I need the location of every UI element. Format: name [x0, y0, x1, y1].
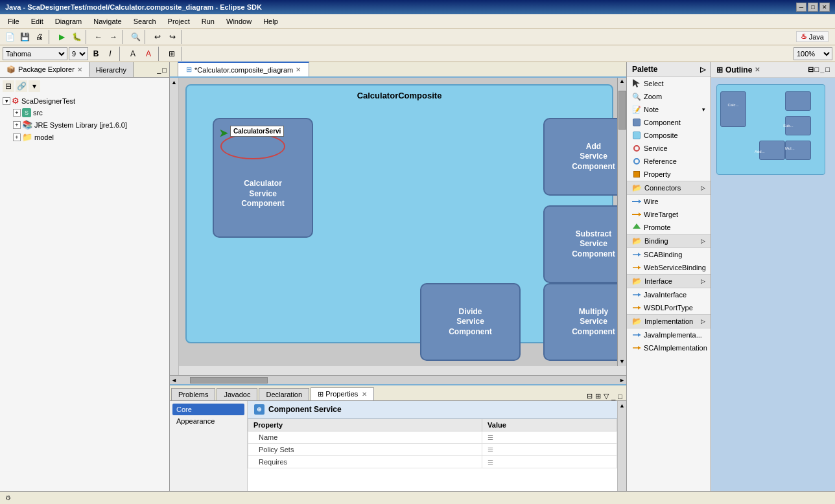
outline-maximize[interactable]: □: [825, 65, 830, 74]
props-tool3[interactable]: ▽: [604, 392, 609, 400]
prop-value-requires[interactable]: ☰: [482, 456, 617, 468]
font-select[interactable]: Tahoma: [3, 47, 67, 60]
palette-note[interactable]: 📝 Note ▾: [627, 103, 711, 116]
palette-wsb[interactable]: WebServiceBinding: [627, 261, 711, 274]
color-btn[interactable]: A: [141, 47, 156, 61]
search-btn[interactable]: 🔍: [128, 30, 143, 44]
palette-interface-group[interactable]: 📂 Interface ▷: [627, 274, 711, 288]
h-scrollbar[interactable]: ◄ ►: [170, 375, 626, 384]
scrollbar-thumb[interactable]: [618, 91, 626, 130]
palette-javainterface[interactable]: JavaInterface: [627, 288, 711, 301]
menu-navigate[interactable]: Navigate: [88, 16, 126, 27]
calc-service-component[interactable]: CalculatorServi ➤ CalculatorServiceCompo…: [213, 118, 313, 238]
minimize-button[interactable]: ─: [796, 3, 806, 12]
tab-problems[interactable]: Problems: [171, 388, 215, 400]
close-outline[interactable]: ✕: [755, 66, 760, 73]
diagram-tab-calculator[interactable]: ⊞ *Calculator.composite_diagram ✕: [178, 62, 309, 76]
palette-connectors-group[interactable]: 📂 Connectors ▷: [627, 181, 711, 195]
tree-model[interactable]: + 📁 model: [3, 131, 167, 143]
maximize-button[interactable]: □: [808, 3, 818, 12]
palette-javaimpl[interactable]: JavaImplementa...: [627, 328, 711, 341]
close-properties-tab[interactable]: ✕: [362, 391, 367, 398]
palette-promote[interactable]: Promote: [627, 221, 711, 234]
palette-select[interactable]: Select: [627, 77, 711, 90]
italic-button[interactable]: I: [104, 47, 117, 60]
palette-implementation-group[interactable]: 📂 Implementation ▷: [627, 314, 711, 328]
v-scrollbar[interactable]: ▲ ▼: [617, 78, 626, 366]
divide-service-component[interactable]: DivideServiceComponent: [420, 283, 521, 361]
tree-jre[interactable]: + 📚 JRE System Library [jre1.6.0]: [3, 119, 167, 131]
palette-property[interactable]: Property: [627, 168, 711, 181]
menu-window[interactable]: Window: [221, 16, 257, 27]
tree-root[interactable]: ▾ ⚙ ScaDesignerTest: [3, 95, 167, 107]
outline-minimize[interactable]: _: [820, 65, 824, 74]
outline-tool1[interactable]: ⊟: [808, 65, 814, 74]
scroll-left-btn[interactable]: ◄: [171, 377, 177, 384]
menu-project[interactable]: Project: [163, 16, 195, 27]
view-menu-btn[interactable]: ▾: [29, 80, 40, 92]
outline-tool2[interactable]: □: [815, 65, 819, 74]
grid-btn[interactable]: ⊞: [165, 47, 179, 61]
tree-toggle-src[interactable]: +: [13, 109, 21, 117]
palette-scaimpl[interactable]: SCAImplementation: [627, 341, 711, 354]
props-vscroll[interactable]: ▲ ▼: [617, 401, 626, 504]
substract-service-component[interactable]: SubstractServiceComponent: [543, 205, 626, 283]
palette-binding-group[interactable]: 📂 Binding ▷: [627, 234, 711, 248]
align-btn[interactable]: A: [126, 47, 140, 61]
h-scrollbar-thumb[interactable]: [190, 377, 268, 384]
palette-service[interactable]: Service: [627, 142, 711, 155]
tab-javadoc[interactable]: Javadoc: [217, 388, 257, 400]
close-button[interactable]: ✕: [819, 3, 830, 12]
tab-package-explorer[interactable]: 📦 Package Explorer ✕: [0, 62, 89, 77]
props-tool1[interactable]: ⊟: [587, 392, 593, 400]
close-diagram-tab[interactable]: ✕: [296, 66, 301, 73]
run-btn[interactable]: ▶: [54, 30, 69, 44]
zoom-select[interactable]: 100% 75% 50% 125% 150%: [794, 47, 832, 60]
undo-btn[interactable]: ↩: [150, 30, 165, 44]
props-sidebar-appearance[interactable]: Appearance: [172, 415, 244, 427]
palette-reference[interactable]: Reference: [627, 155, 711, 168]
props-tool2[interactable]: ⊞: [595, 392, 601, 400]
tree-src[interactable]: + S src: [3, 107, 167, 119]
props-sidebar-core[interactable]: Core: [172, 404, 244, 415]
menu-run[interactable]: Run: [196, 16, 220, 27]
fwd-btn[interactable]: →: [106, 30, 121, 44]
tree-toggle-root[interactable]: ▾: [3, 97, 10, 105]
save-btn[interactable]: 💾: [18, 30, 32, 44]
props-tool5[interactable]: □: [618, 393, 622, 400]
scroll-down-btn[interactable]: ▼: [618, 358, 626, 365]
prop-value-policy[interactable]: ☰: [482, 444, 617, 456]
tab-hierarchy[interactable]: Hierarchy: [89, 62, 134, 77]
add-service-component[interactable]: AddServiceComponent: [543, 118, 626, 196]
size-select[interactable]: 9 10 12: [69, 47, 88, 60]
redo-btn[interactable]: ↪: [165, 30, 180, 44]
prop-value-name[interactable]: ☰: [482, 431, 617, 444]
back-btn[interactable]: ←: [91, 30, 106, 44]
palette-wire[interactable]: Wire: [627, 195, 711, 208]
menu-search[interactable]: Search: [128, 16, 161, 27]
v-scroll-up[interactable]: ▲: [171, 79, 177, 86]
palette-expand-btn[interactable]: ▷: [700, 65, 705, 74]
menu-edit[interactable]: Edit: [26, 16, 49, 27]
scroll-right-btn[interactable]: ►: [619, 377, 625, 384]
palette-wsdlporttype[interactable]: WSDLPortType: [627, 301, 711, 314]
maximize-panel-btn[interactable]: □: [162, 66, 167, 74]
tree-toggle-jre[interactable]: +: [13, 121, 21, 129]
close-package-explorer[interactable]: ✕: [77, 66, 82, 73]
debug-btn[interactable]: 🐛: [69, 30, 84, 44]
collapse-all-btn[interactable]: ⊟: [3, 80, 14, 92]
menu-file[interactable]: File: [3, 16, 25, 27]
bold-button[interactable]: B: [89, 47, 102, 60]
new-btn[interactable]: 📄: [3, 30, 17, 44]
tab-declaration[interactable]: Declaration: [259, 388, 309, 400]
menu-diagram[interactable]: Diagram: [50, 16, 88, 27]
menu-help[interactable]: Help: [258, 16, 283, 27]
palette-scabinding[interactable]: SCABinding: [627, 248, 711, 261]
palette-zoom[interactable]: 🔍 Zoom: [627, 90, 711, 103]
multiply-service-component[interactable]: MultiplyServiceComponent: [543, 283, 626, 361]
palette-composite[interactable]: Composite: [627, 129, 711, 142]
props-scroll-up[interactable]: ▲: [618, 401, 626, 410]
palette-component[interactable]: Component: [627, 116, 711, 129]
tab-properties[interactable]: ⊞ Properties ✕: [311, 387, 374, 400]
minimize-panel-btn[interactable]: _: [157, 66, 161, 74]
